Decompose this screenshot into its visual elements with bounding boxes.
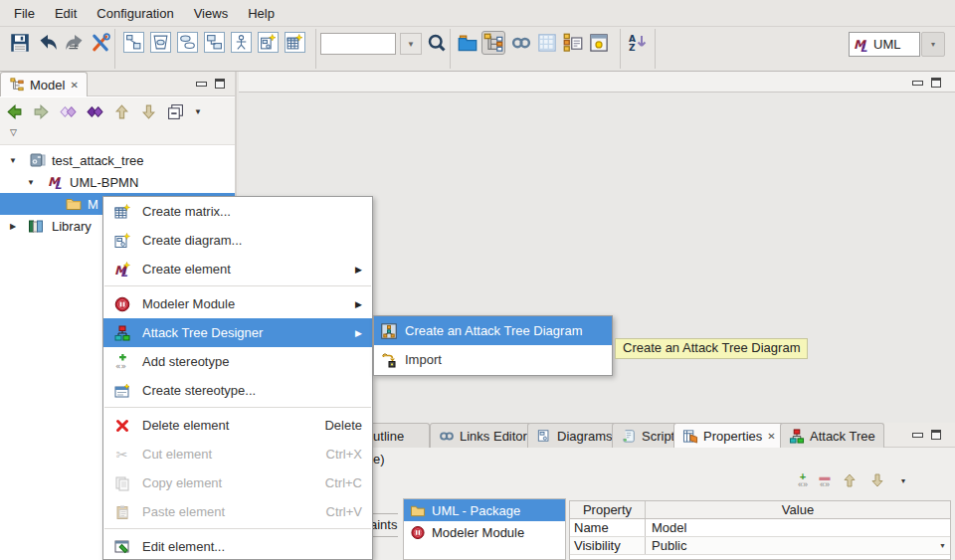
add-stereotype-icon: «» [113,353,130,370]
list-item-modeler-module[interactable]: Modeler Module [404,521,565,543]
undo-button[interactable] [36,31,60,55]
expand-chevron-icon[interactable]: ▽ [10,127,17,137]
value-cell[interactable]: Model [646,519,950,536]
model-panel-toolbar-2: ▽ [0,125,235,145]
tab-links-editor[interactable]: Links Editor [430,423,536,448]
menu-item-delete-element[interactable]: Delete element Delete [103,411,372,440]
view-menu-icon[interactable]: ▼ [194,107,202,116]
create-diagram-toolbar-button[interactable] [258,32,279,53]
redo-button[interactable] [63,31,87,55]
move-down-icon[interactable] [140,103,157,120]
menu-item-modeler-module[interactable]: Modeler Module ▶ [103,289,372,318]
tree-form-perspective-button[interactable] [561,31,585,55]
move-up-icon[interactable] [113,103,130,120]
menu-configuration[interactable]: Configuration [87,2,183,25]
collapse-all-icon[interactable] [167,103,184,120]
close-icon[interactable]: ✕ [767,431,775,442]
create-usecase-diagram-button[interactable] [150,32,171,53]
value-cell[interactable]: Public▼ [646,537,950,554]
svg-text:Z: Z [629,43,636,53]
menu-item-create-diagram[interactable]: Create diagram... [103,226,372,255]
menu-item-paste-element[interactable]: Paste element Ctrl+V [103,497,372,526]
create-actor-diagram-button[interactable] [231,32,252,53]
open-perspective-button[interactable] [456,31,479,55]
expander-icon[interactable]: ▼ [8,156,18,165]
maximize-panel-icon[interactable] [215,79,225,89]
tab-properties-selected[interactable]: Properties ✕ [673,423,785,448]
workbench-select[interactable]: ML UML [849,32,920,57]
create-matrix-icon [113,203,130,220]
menu-item-add-stereotype[interactable]: «» Add stereotype [103,347,372,376]
menu-edit[interactable]: Edit [45,2,87,25]
menu-item-copy-element[interactable]: Copy element Ctrl+C [103,468,372,497]
tab-attack-tree[interactable]: Attack Tree [780,423,884,448]
search-input[interactable] [320,33,396,55]
menu-shortcut: Delete [324,418,362,433]
table-row-visibility[interactable]: Visibility Public▼ [570,537,950,555]
linked-elements-icon[interactable] [87,103,103,120]
column-header-property[interactable]: Property [570,501,646,518]
navigate-back-icon[interactable] [6,103,23,120]
menu-item-create-element[interactable]: ML Create element ▶ [103,255,372,283]
view-menu-icon[interactable]: ▾ [901,476,905,485]
menu-item-create-matrix[interactable]: Create matrix... [103,197,372,226]
add-stereotype-button[interactable]: + «» [792,472,814,488]
create-matrix-toolbar-button[interactable] [285,32,305,53]
guillemets-label: «» [798,480,808,488]
table-header-row: Property Value [570,501,950,519]
delete-icon [113,417,130,434]
menu-file[interactable]: File [4,2,45,25]
menu-item-import[interactable]: Import [374,345,612,374]
menu-help[interactable]: Help [238,2,285,25]
search-button[interactable] [425,31,449,55]
move-up-icon[interactable] [842,472,858,488]
minimize-editor-icon[interactable] [912,81,923,86]
links-perspective-button[interactable] [509,31,533,55]
constraints-tab-fragment[interactable]: aints [370,513,398,537]
menu-item-cut-element[interactable]: ✂ Cut element Ctrl+X [103,440,372,468]
script-icon [621,429,637,443]
navigate-forward-icon[interactable] [33,103,50,120]
modelio-logo-icon: ML [854,37,869,53]
maximize-panel-icon[interactable] [931,430,941,440]
context-menu: Create matrix... Create diagram... ML Cr… [102,196,373,560]
menu-views[interactable]: Views [184,2,238,25]
create-state-diagram-button[interactable] [177,32,198,53]
window-perspective-button[interactable] [587,31,611,55]
workbench-dropdown-button[interactable]: ▾ [921,32,945,57]
model-perspective-button[interactable] [481,31,505,55]
table-row-name[interactable]: Name Model [570,519,950,537]
maximize-editor-icon[interactable] [931,78,941,88]
column-header-value[interactable]: Value [646,501,950,518]
expander-icon[interactable]: ▼ [26,178,36,187]
related-elements-icon[interactable] [60,103,77,120]
toolbar-divider [655,29,656,69]
list-item-uml-package[interactable]: UML - Package [404,499,565,521]
tree-item-project[interactable]: ▼ test_attack_tree [0,149,235,171]
menu-item-edit-element[interactable]: Edit element... [103,532,372,560]
model-panel-toolbar: ▼ [0,97,235,125]
close-icon[interactable]: ✕ [70,80,78,91]
tab-model[interactable]: Model ✕ [0,72,88,96]
svg-text:L: L [860,41,868,53]
menu-item-create-attack-tree-diagram[interactable]: Create an Attack Tree Diagram [374,316,612,345]
search-history-dropdown[interactable]: ▼ [400,33,422,55]
model-tab-icon [9,78,25,92]
grid-perspective-button[interactable] [535,31,559,55]
dropdown-arrow-icon[interactable]: ▼ [939,542,946,549]
macros-button[interactable]: AZ [626,31,650,55]
expander-icon[interactable]: ▶ [8,222,18,231]
create-class-diagram-button[interactable] [123,32,144,53]
menu-item-create-stereotype[interactable]: Create stereotype... [103,376,372,405]
configure-tools-button[interactable] [89,31,112,55]
move-down-icon[interactable] [869,472,885,488]
project-icon [30,152,46,168]
minimize-panel-icon[interactable] [912,433,923,438]
save-button[interactable] [8,31,32,55]
tree-item-uml-bpmn[interactable]: ▼ ML UML-BPMN [0,171,235,193]
tab-diagrams[interactable]: Diagrams [527,423,622,448]
remove-stereotype-button[interactable]: ▬ «» [814,472,836,488]
create-composite-diagram-button[interactable] [204,32,225,53]
minimize-panel-icon[interactable] [196,82,207,87]
menu-item-attack-tree-designer[interactable]: Attack Tree Designer ▶ [103,318,372,347]
